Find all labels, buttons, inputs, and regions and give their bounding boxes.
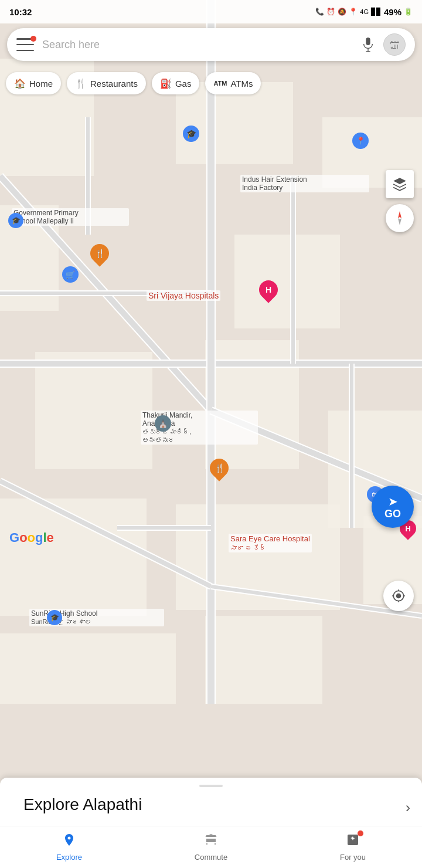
explore-arrow[interactable]: › bbox=[406, 799, 410, 816]
home-icon: 🏠 bbox=[14, 78, 26, 89]
signal-icon: ▊▊ bbox=[371, 8, 382, 16]
mute-icon: 🔕 bbox=[338, 8, 346, 16]
school-marker-3[interactable]: 🎓 bbox=[47, 610, 62, 625]
map-area[interactable]: Government PrimarySchool Mallepally Ii I… bbox=[0, 0, 422, 704]
factory-marker[interactable]: 📍 bbox=[352, 133, 369, 149]
restaurant-marker-1[interactable]: 🍴 bbox=[90, 244, 109, 266]
bottom-sheet: Explore Alapathi › bbox=[0, 778, 422, 826]
go-button[interactable]: ➤ GO bbox=[372, 486, 414, 528]
sheet-handle[interactable] bbox=[199, 785, 223, 787]
svg-rect-44 bbox=[366, 38, 370, 45]
nav-explore[interactable]: Explore bbox=[45, 829, 94, 865]
for-you-badge bbox=[358, 830, 363, 836]
for-you-icon bbox=[346, 833, 360, 850]
location-pin-icon: 📍 bbox=[349, 8, 358, 16]
layer-button[interactable] bbox=[386, 170, 414, 198]
voice-search-button[interactable] bbox=[359, 35, 377, 54]
notification-dot bbox=[30, 36, 36, 42]
nav-for-you[interactable]: For you bbox=[328, 829, 377, 865]
nav-commute[interactable]: Commute bbox=[183, 829, 239, 865]
svg-marker-36 bbox=[398, 211, 401, 218]
compass-button[interactable] bbox=[386, 204, 414, 232]
alarm-icon: ⏰ bbox=[326, 8, 335, 16]
svg-marker-37 bbox=[398, 218, 401, 225]
chip-restaurants-label: Restaurants bbox=[90, 79, 138, 89]
chip-restaurants[interactable]: 🍴 Restaurants bbox=[67, 72, 146, 94]
chip-gas-label: Gas bbox=[175, 79, 192, 89]
restaurants-icon: 🍴 bbox=[75, 78, 87, 89]
location-button[interactable] bbox=[383, 581, 414, 611]
school-marker-1[interactable]: 🎓 bbox=[183, 126, 199, 142]
user-avatar[interactable]: بسمالله bbox=[383, 33, 406, 56]
school-marker-2[interactable]: 🎓 bbox=[8, 213, 23, 228]
battery-icon: 🔋 bbox=[404, 8, 413, 16]
gas-icon: ⛽ bbox=[160, 78, 172, 89]
network-icon: 4G bbox=[360, 8, 369, 15]
search-placeholder[interactable]: Search here bbox=[42, 39, 359, 51]
status-icons: 📞 ⏰ 🔕 📍 4G ▊▊ 49% 🔋 bbox=[315, 7, 413, 17]
go-label: GO bbox=[384, 508, 401, 519]
shop-marker[interactable]: 🛒 bbox=[62, 266, 79, 283]
google-logo: Google bbox=[9, 530, 54, 545]
chip-home-label: Home bbox=[29, 79, 53, 89]
status-bar: 10:32 📞 ⏰ 🔕 📍 4G ▊▊ 49% 🔋 bbox=[0, 0, 422, 23]
menu-button[interactable] bbox=[16, 38, 34, 51]
nav-commute-label: Commute bbox=[195, 853, 227, 862]
go-arrow-icon: ➤ bbox=[388, 494, 398, 508]
explore-icon bbox=[62, 833, 76, 850]
svg-rect-12 bbox=[0, 633, 176, 704]
battery-display: 49% bbox=[384, 7, 401, 17]
chip-atms-label: ATMs bbox=[230, 79, 253, 89]
svg-rect-5 bbox=[234, 235, 340, 328]
svg-rect-13 bbox=[205, 616, 322, 704]
search-bar[interactable]: Search here بسمالله bbox=[7, 28, 415, 61]
chip-atms[interactable]: ATM ATMs bbox=[205, 72, 261, 94]
time-display: 10:32 bbox=[9, 7, 32, 17]
filter-chips: 🏠 Home 🍴 Restaurants ⛽ Gas ATM ATMs bbox=[0, 68, 422, 99]
chip-home[interactable]: 🏠 Home bbox=[6, 72, 61, 94]
nav-explore-label: Explore bbox=[56, 853, 82, 862]
explore-title: Explore Alapathi bbox=[12, 795, 154, 820]
atm-icon: ATM bbox=[213, 80, 227, 87]
commute-icon bbox=[204, 833, 218, 850]
restaurant-marker-2[interactable]: 🍴 bbox=[210, 459, 229, 481]
chip-gas[interactable]: ⛽ Gas bbox=[152, 72, 200, 94]
mandir-marker[interactable]: ⛪ bbox=[155, 415, 171, 432]
svg-point-38 bbox=[396, 594, 401, 599]
call-icon: 📞 bbox=[315, 8, 324, 16]
svg-rect-6 bbox=[35, 352, 152, 469]
bottom-nav: Explore Commute For you bbox=[0, 826, 422, 868]
nav-for-you-label: For you bbox=[340, 853, 366, 862]
